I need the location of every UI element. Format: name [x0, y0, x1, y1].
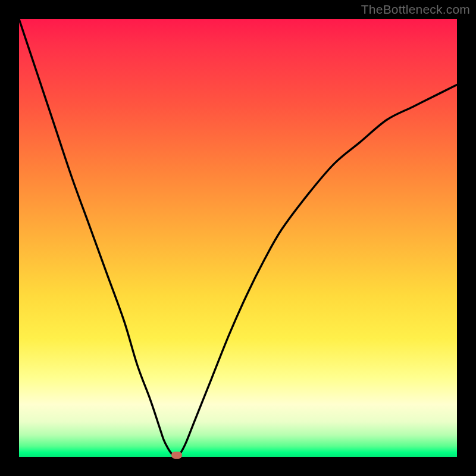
- optimal-point-marker: [171, 452, 182, 459]
- watermark-text: TheBottleneck.com: [361, 2, 470, 17]
- bottleneck-curve: [19, 19, 457, 457]
- plot-area: [19, 19, 457, 457]
- chart-frame: TheBottleneck.com: [0, 0, 476, 476]
